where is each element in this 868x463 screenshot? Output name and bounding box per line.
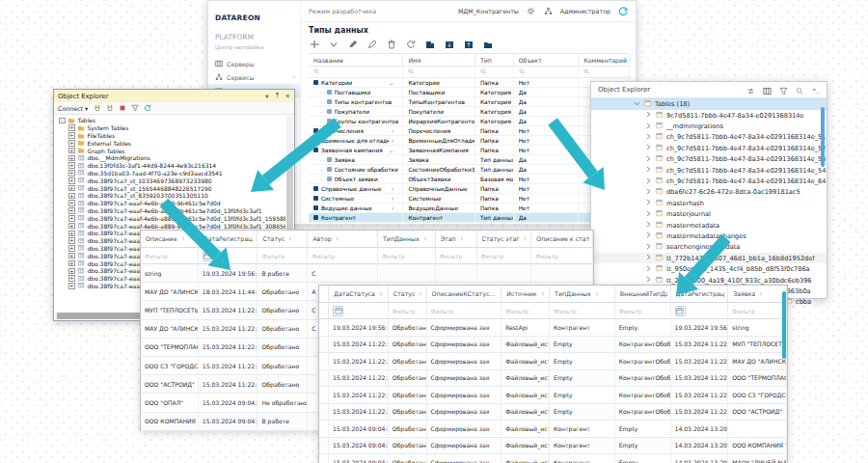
expand-box-icon[interactable]: +	[68, 155, 75, 162]
expand-box-icon[interactable]: +	[68, 207, 75, 214]
filter-cell[interactable]: Фильтр	[615, 303, 671, 319]
terminal-icon[interactable]: >_	[812, 86, 820, 94]
tree-item[interactable]: ch_9c7d5811-7bbb-4e47-8a34-e0291368314e_…	[591, 154, 827, 165]
dropdown-icon[interactable]	[328, 39, 339, 49]
pin-icon[interactable]	[274, 92, 281, 100]
chevron-right-icon[interactable]	[645, 111, 652, 120]
column-header[interactable]: Статус	[258, 231, 308, 248]
filter-cell[interactable]: Фильтр	[378, 248, 436, 264]
edit-alt-icon[interactable]	[366, 39, 377, 49]
expand-box-icon[interactable]: +	[68, 245, 75, 252]
tree-item[interactable]: +dbo.38f97ca7-eaaf-4e6b-a889-9b461c5e7d0…	[55, 200, 285, 207]
calendar-button[interactable]	[203, 251, 213, 261]
edit-icon[interactable]	[347, 39, 358, 49]
columns-icon[interactable]	[763, 81, 772, 99]
column-header[interactable]: Название	[309, 54, 403, 66]
folder-icon[interactable]	[482, 39, 493, 49]
upload-icon[interactable]	[463, 39, 474, 49]
tree-item[interactable]: tt_950eda13_1435_4cf4_b85b_d8f53f0c786a	[591, 263, 827, 274]
filter-cell[interactable]: Фильтр	[728, 303, 787, 319]
column-header[interactable]: Заявка	[728, 286, 787, 303]
window-menu-icon[interactable]: ▾	[265, 93, 268, 100]
refresh-icon[interactable]	[405, 39, 416, 49]
collapse-icon[interactable]: ⌄	[389, 147, 393, 154]
filter-cell[interactable]: Фильтр	[436, 248, 477, 264]
sort-icon[interactable]	[378, 290, 384, 297]
tree-item[interactable]: +dbo.38f97ca7-eaaf-4e6b-a889-9b461c5e7d0…	[55, 214, 285, 222]
close-icon[interactable]: ✕	[285, 93, 290, 100]
filter-input[interactable]: Фильтр	[431, 308, 454, 314]
table-row[interactable]: 15.03.2024 11:22:23ОбработаноСформирован…	[319, 370, 787, 388]
filter-icon[interactable]	[779, 81, 788, 99]
filter-cell[interactable]: Фильтр	[258, 248, 308, 264]
filter-cell[interactable]: Фильтр	[141, 248, 199, 264]
table-row[interactable]: 15.03.2024 09:04:02ОбработаноСформирован…	[319, 421, 787, 438]
search-filter-cell[interactable]	[403, 67, 475, 77]
tree-root-tables[interactable]: Tables (18)	[591, 98, 827, 110]
scrollbar-thumb[interactable]	[57, 313, 149, 319]
filter-input[interactable]: Фильтр	[145, 253, 168, 259]
tree-item[interactable]: +dbo.38f97ca7_st_15654468848226517290	[55, 184, 285, 192]
expand-box-icon[interactable]: +	[68, 200, 75, 206]
connect-icon[interactable]	[94, 104, 101, 113]
sort-icon[interactable]	[594, 290, 600, 297]
column-header[interactable]: Описание к стату…	[531, 231, 593, 248]
expand-box-icon[interactable]: +	[68, 185, 75, 192]
expand-box-icon[interactable]: +	[68, 231, 75, 237]
tree-item[interactable]: +dbo.38f97ca7-eaaf-4e6b-a889-9b461c5e7d0…	[55, 222, 285, 230]
sort-icon[interactable]	[540, 290, 546, 297]
column-header[interactable]: ОписаниеКСтатус…	[427, 286, 502, 303]
column-header[interactable]: ТипДанных	[378, 231, 436, 248]
ssms-title-bar[interactable]: Object Explorer ▾ ✕	[54, 90, 294, 102]
expand-box-icon[interactable]: +	[68, 132, 75, 139]
table-row[interactable]: 15.03.2024 11:22:23ОбработаноСформирован…	[319, 353, 787, 370]
chevron-right-icon[interactable]	[645, 210, 652, 219]
tree-item[interactable]: +System Tables	[55, 124, 285, 132]
filter-cell[interactable]: Фильтр	[427, 303, 502, 319]
filter-input[interactable]: Фильтр	[481, 253, 504, 259]
search-filter-cell[interactable]	[475, 67, 514, 77]
sort-icon[interactable]	[522, 235, 528, 242]
expand-icon[interactable]: ›	[392, 127, 394, 135]
table-row[interactable]: —Группы контрагентовИерархияКонтрагентов…	[309, 117, 630, 126]
collapse-icon[interactable]: ⌄	[389, 79, 393, 87]
tree-item[interactable]: masterjournal	[591, 209, 827, 220]
table-row[interactable]: 15.03.2024 09:04:01ОбработаноСформирован…	[319, 454, 787, 463]
table-row[interactable]: —Состояние обработкиСостояниеОбработкиЗа…	[309, 165, 630, 175]
filter-cell[interactable]: Фильтр	[531, 248, 593, 264]
tree-item[interactable]: +dbo.38f97ca7_st_8359203700351305110	[55, 192, 285, 200]
column-header[interactable]	[319, 286, 329, 303]
chevron-right-icon[interactable]	[645, 123, 652, 131]
search-filter-cell[interactable]	[579, 67, 630, 77]
sidebar-item-1[interactable]: Серверы	[208, 57, 300, 70]
column-header[interactable]: Статус	[389, 286, 427, 303]
tree-item[interactable]: masterhash	[591, 198, 827, 208]
tree-item[interactable]: mastermetadata	[591, 220, 827, 231]
table-row[interactable]: Ведущие данные›ВедущиеДанныеПапкаНет	[309, 204, 630, 213]
tree-item[interactable]: +dbo.38f97ca7-eaaf-4e6b-a889-9b461c5e7d0…	[55, 207, 285, 215]
column-header[interactable]: Автор	[308, 231, 378, 248]
expand-box-icon[interactable]: +	[68, 170, 75, 177]
column-header[interactable]: ДатаРегистрац…	[671, 286, 729, 303]
oe-scrollbar-thumb[interactable]	[821, 107, 825, 167]
filter-input[interactable]: Фильтр	[535, 253, 558, 259]
tree-item[interactable]: +dbo.13f0fd3c-3af1-44d9-8244-4e93c216314	[55, 162, 285, 170]
tree-item[interactable]: ch_9c7d5811-7bbb-4e47-8a34-e0291368314e_…	[591, 176, 827, 186]
tree-item[interactable]: ch_9c7d5811-7bbb-4e47-8a34-e0291368314e_…	[591, 143, 827, 153]
expand-box-icon[interactable]: +	[68, 215, 75, 222]
expand-box-icon[interactable]: +	[68, 283, 75, 289]
column-header[interactable]: ДатаСтатуса	[329, 286, 389, 303]
filter-input[interactable]: Фильтр	[554, 308, 577, 314]
refresh-icon[interactable]	[746, 81, 755, 99]
download-icon[interactable]	[444, 39, 454, 49]
filter-input[interactable]: Фильтр	[505, 308, 529, 314]
expand-box-icon[interactable]: +	[68, 162, 75, 169]
chevron-right-icon[interactable]	[645, 177, 652, 186]
sort-icon[interactable]	[180, 235, 186, 242]
search-filter-cell[interactable]	[309, 67, 403, 77]
expand-icon[interactable]: ›	[392, 185, 394, 193]
expand-box-icon[interactable]: +	[68, 260, 75, 267]
table-row[interactable]: Категории⌄КатегорииПапкаНет	[309, 78, 630, 88]
import-icon[interactable]	[424, 39, 435, 49]
connect-button[interactable]: Connect ▾	[58, 105, 88, 112]
